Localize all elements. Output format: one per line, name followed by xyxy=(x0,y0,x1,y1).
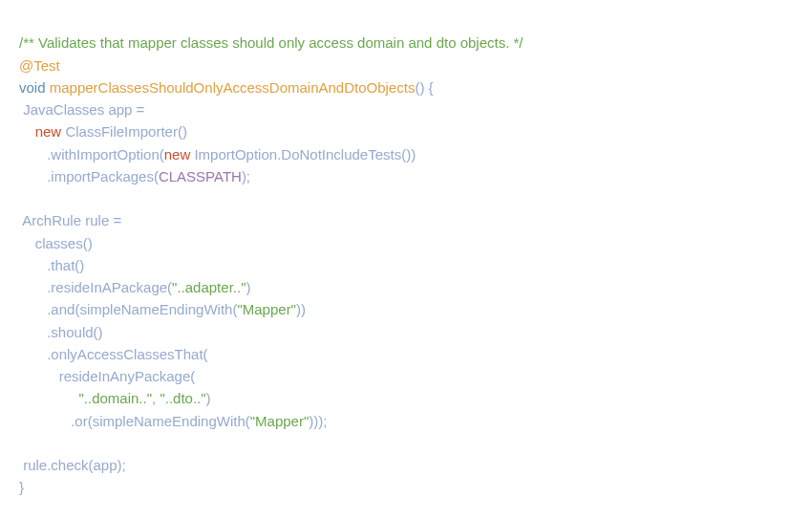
parens: () xyxy=(178,123,187,140)
string-mapper-2: "Mapper" xyxy=(250,413,310,429)
call-that: .that() xyxy=(47,257,84,273)
type-archrule: ArchRule xyxy=(22,212,81,228)
string-dto: "..dto.." xyxy=(160,390,205,406)
call-onlyaccess: .onlyAccessClassesThat( xyxy=(47,346,207,362)
type-importoption: ImportOption.DoNotIncludeTests()) xyxy=(190,146,416,162)
close-parens: )) xyxy=(296,301,306,317)
var-app: app xyxy=(108,101,132,118)
closing-brace: } xyxy=(19,479,24,495)
call-should: .should() xyxy=(47,324,102,340)
string-domain: "..domain.." xyxy=(79,390,153,406)
call-rule-check: rule.check(app); xyxy=(23,457,126,473)
equals: = xyxy=(132,101,144,118)
string-mapper: "Mapper" xyxy=(237,301,296,317)
close-parens-semi: ))); xyxy=(309,413,327,429)
close-paren-semi: ); xyxy=(242,168,250,184)
call-importpackages: .importPackages( xyxy=(47,168,159,184)
method-signature-tail: () { xyxy=(415,79,433,96)
call-classes: classes() xyxy=(35,235,93,251)
call-resideinpackage: .resideInAPackage( xyxy=(47,279,172,295)
annotation-test: @Test xyxy=(19,57,60,74)
var-rule: rule = xyxy=(81,212,121,228)
type-classfileimporter: ClassFileImporter xyxy=(65,123,178,140)
type-javaclasses: JavaClasses xyxy=(23,101,104,118)
call-and-simplename: .and(simpleNameEndingWith( xyxy=(47,301,237,317)
code-block: /** Validates that mapper classes should… xyxy=(19,10,793,499)
method-name: mapperClassesShouldOnlyAccessDomainAndDt… xyxy=(50,79,416,96)
close-paren: ) xyxy=(206,390,211,406)
keyword-void: void xyxy=(19,79,46,96)
keyword-new: new xyxy=(35,123,62,140)
call-resideinanypackage: resideInAnyPackage( xyxy=(59,368,196,384)
doc-comment: /** Validates that mapper classes should… xyxy=(19,34,524,51)
close-paren: ) xyxy=(246,279,250,295)
call-withimportoption: .withImportOption( xyxy=(47,146,164,162)
constant-classpath: CLASSPATH xyxy=(159,168,242,184)
call-or-simplename: .or(simpleNameEndingWith( xyxy=(71,413,250,429)
string-adapter: "..adapter.." xyxy=(172,279,246,295)
keyword-new: new xyxy=(164,146,191,162)
